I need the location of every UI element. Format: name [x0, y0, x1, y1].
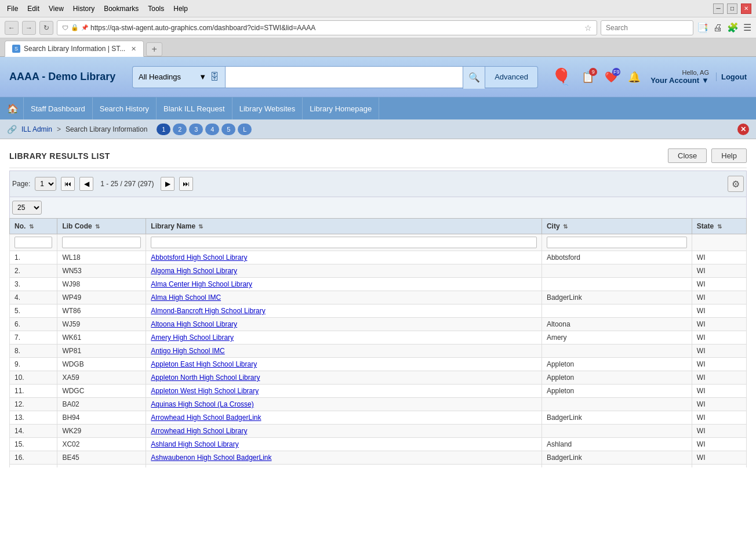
library-name-link[interactable]: Algoma High School Library: [151, 267, 237, 275]
cell-city: [541, 278, 692, 291]
advanced-button[interactable]: Advanced: [485, 66, 538, 88]
new-tab-button[interactable]: +: [146, 42, 162, 56]
library-name-link[interactable]: Aquinas High School (La Crosse): [151, 400, 253, 408]
breadcrumb-page-2[interactable]: 2: [173, 124, 187, 135]
nav-library-homepage[interactable]: Library Homepage: [303, 97, 379, 119]
bookmark-star-icon[interactable]: ☆: [584, 23, 592, 32]
menu-icon[interactable]: ☰: [743, 22, 751, 33]
table-scroll-area[interactable]: No. ⇅ Lib Code ⇅ Library Name ⇅: [9, 218, 747, 467]
extension-icon[interactable]: 🧩: [727, 22, 739, 33]
cell-lib-code: WJ98: [57, 278, 146, 291]
browser-menu[interactable]: File Edit View History Bookmarks Tools H…: [5, 5, 190, 13]
notifications-icon[interactable]: 🔔: [625, 68, 644, 86]
breadcrumb-page-4[interactable]: 4: [205, 124, 219, 135]
cell-lib-code: XC02: [57, 438, 146, 451]
filter-no-input[interactable]: [14, 237, 52, 248]
col-state[interactable]: State ⇅: [692, 219, 746, 234]
cell-city: BadgerLink: [541, 291, 692, 304]
reading-list-icon[interactable]: 📑: [697, 22, 708, 33]
back-button[interactable]: ←: [5, 21, 19, 35]
filter-city-input[interactable]: [547, 237, 687, 248]
balloon-icon[interactable]: 🎈: [551, 67, 572, 86]
library-name-link[interactable]: Alma Center High School Library: [151, 280, 252, 288]
logout-button[interactable]: Logout: [716, 72, 747, 81]
breadcrumb-ill-admin[interactable]: ILL Admin: [21, 125, 52, 133]
breadcrumb-close-button[interactable]: ✕: [737, 124, 749, 135]
library-name-link[interactable]: Ashwaubenon High School BadgerLink: [151, 454, 271, 462]
col-city[interactable]: City ⇅: [541, 219, 692, 234]
print-icon[interactable]: 🖨: [713, 23, 722, 33]
cell-city: [541, 304, 692, 318]
library-name-link[interactable]: Alma High School IMC: [151, 293, 221, 302]
cell-city: BadgerLink: [541, 451, 692, 465]
forward-button[interactable]: →: [22, 21, 36, 35]
menu-tools[interactable]: Tools: [148, 5, 164, 13]
filter-lib-name-input[interactable]: [151, 237, 537, 248]
address-bar[interactable]: 🛡 🔒 📌 https://qa-stwi-agent.auto-graphic…: [57, 20, 597, 35]
nav-blank-ill[interactable]: Blank ILL Request: [157, 97, 232, 119]
nav-staff-dashboard[interactable]: Staff Dashboard: [23, 97, 93, 119]
col-library-name[interactable]: Library Name ⇅: [146, 219, 542, 234]
settings-button[interactable]: ⚙: [728, 176, 744, 192]
cell-no: 2.: [10, 264, 57, 278]
tab-close-button[interactable]: ✕: [131, 45, 136, 53]
favorites-icon[interactable]: ❤️ F9: [602, 68, 620, 86]
tab-bar: S Search Library Information | ST... ✕ +: [0, 38, 756, 57]
table-row: 10. XA59 Appleton North High School Libr…: [10, 371, 747, 385]
close-button[interactable]: Close: [668, 148, 707, 163]
maximize-button[interactable]: □: [727, 3, 737, 14]
home-nav-icon[interactable]: 🏠: [7, 103, 19, 114]
nav-library-websites[interactable]: Library Websites: [232, 97, 303, 119]
refresh-button[interactable]: ↻: [39, 21, 53, 35]
active-tab[interactable]: S Search Library Information | ST... ✕: [5, 41, 144, 57]
cell-library-name: Ashwaubenon High School BadgerLink: [146, 451, 542, 465]
library-name-link[interactable]: Ashland High School Library: [151, 440, 238, 448]
library-name-link[interactable]: Amery High School Library: [151, 333, 234, 342]
lists-icon[interactable]: 📋 9: [579, 68, 597, 86]
library-name-link[interactable]: Antigo High School IMC: [151, 347, 224, 355]
search-input[interactable]: [226, 67, 463, 88]
nav-search-history[interactable]: Search History: [93, 97, 157, 119]
page-select[interactable]: 12345: [35, 177, 56, 191]
next-page-button[interactable]: ▶: [161, 177, 175, 191]
menu-view[interactable]: View: [49, 5, 64, 13]
library-name-link[interactable]: Appleton West High School Library: [151, 387, 259, 395]
library-name-link[interactable]: Appleton North High School Library: [151, 373, 260, 382]
prev-page-button[interactable]: ◀: [79, 177, 93, 191]
search-button[interactable]: 🔍: [463, 67, 485, 89]
col-lib-code[interactable]: Lib Code ⇅: [57, 219, 146, 234]
last-page-button[interactable]: ⏭: [179, 177, 193, 191]
breadcrumb-page-1[interactable]: 1: [157, 124, 170, 135]
breadcrumb-page-5[interactable]: 5: [221, 124, 235, 135]
headings-dropdown[interactable]: All Headings ▼ 🗄: [132, 66, 225, 88]
library-name-link[interactable]: Altoona High School Library: [151, 320, 237, 328]
col-no[interactable]: No. ⇅: [10, 219, 57, 234]
breadcrumb-page-l[interactable]: L: [238, 124, 252, 135]
library-name-link[interactable]: Arrowhead High School Library: [151, 427, 247, 435]
breadcrumb-page-3[interactable]: 3: [189, 124, 203, 135]
menu-history[interactable]: History: [73, 5, 94, 13]
rows-per-page-select[interactable]: 10 25 50 100: [12, 201, 42, 215]
menu-help[interactable]: Help: [173, 5, 188, 13]
menu-bookmarks[interactable]: Bookmarks: [104, 5, 139, 13]
cell-city: [541, 425, 692, 438]
library-name-link[interactable]: Ashwaubenon High School Library: [151, 467, 257, 467]
filter-no: [10, 234, 57, 251]
browser-search-input[interactable]: [601, 20, 693, 35]
library-name-link[interactable]: Almond-Bancroft High School Library: [151, 307, 265, 315]
sort-no-icon: ⇅: [29, 223, 34, 230]
library-name-link[interactable]: Appleton East High School Library: [151, 360, 257, 368]
minimize-button[interactable]: ─: [713, 3, 724, 14]
address-text[interactable]: https://qa-stwi-agent.auto-graphics.com/…: [90, 24, 582, 32]
help-button[interactable]: Help: [711, 148, 747, 163]
window-controls[interactable]: ─ □ ✕: [713, 3, 751, 14]
menu-file[interactable]: File: [7, 5, 18, 13]
cell-state: WI: [692, 304, 746, 318]
filter-lib-code-input[interactable]: [62, 237, 141, 248]
close-button[interactable]: ✕: [741, 3, 751, 14]
menu-edit[interactable]: Edit: [27, 5, 39, 13]
first-page-button[interactable]: ⏮: [61, 177, 75, 191]
library-name-link[interactable]: Abbotsford High School Library: [151, 253, 247, 262]
library-name-link[interactable]: Arrowhead High School BadgerLink: [151, 414, 261, 422]
account-button[interactable]: Your Account ▼: [650, 76, 709, 85]
